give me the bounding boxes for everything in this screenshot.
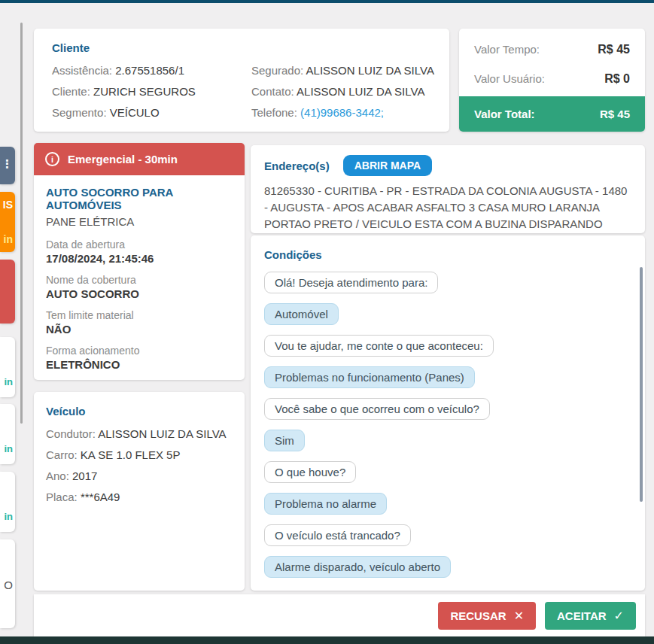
service-details-card: AUTO SOCORRO PARA AUTOMÓVEIS PANE ELÉTRI… bbox=[34, 175, 245, 380]
conditions-card-title: Condições bbox=[264, 248, 631, 261]
client-field-cliente: Cliente: ZURICH SEGUROS bbox=[52, 85, 251, 98]
rail-card-white-4[interactable]: O bbox=[0, 539, 15, 628]
address-card-title: Endereço(s) bbox=[264, 159, 330, 172]
rail-card-white-3[interactable]: in bbox=[0, 472, 15, 532]
service-request-screen: ⋮ IS in in in in O Cliente Assistência: … bbox=[0, 0, 654, 644]
conditions-card: Condições Olá! Deseja atendimento para: … bbox=[251, 235, 645, 591]
vehicle-field-ano: Ano: 2017 bbox=[46, 469, 233, 482]
rail-card-white-1[interactable]: in bbox=[0, 337, 15, 397]
chat-message: Problemas no funcionamento (Panes) bbox=[264, 366, 631, 388]
value-row-tempo: Valor Tempo: R$ 45 bbox=[474, 43, 630, 56]
close-icon: ✕ bbox=[514, 609, 524, 623]
client-field-telefone: Telefone: (41)99686-3442; bbox=[251, 106, 449, 119]
aceitar-button[interactable]: ACEITAR ✓ bbox=[545, 602, 636, 630]
action-bar: RECUSAR ✕ ACEITAR ✓ bbox=[34, 594, 645, 636]
field-nome-cobertura: Nome da cobertura AUTO SOCORRO bbox=[46, 274, 233, 300]
bottom-dark-bar bbox=[0, 636, 654, 644]
client-field-assistencia: Assistência: 2.67551856/1 bbox=[52, 64, 251, 77]
chat-message: O veículo está trancado? bbox=[264, 524, 631, 546]
client-field-segurado: Segurado: ALISSON LUIZ DA SILVA bbox=[251, 64, 449, 77]
client-card-title: Cliente bbox=[52, 41, 449, 54]
rail-orange-text-top: IS bbox=[3, 199, 13, 211]
check-icon: ✓ bbox=[614, 609, 624, 623]
address-card: Endereço(s) ABRIR MAPA 81265330 - CURITI… bbox=[251, 145, 645, 233]
service-problem: PANE ELÉTRICA bbox=[46, 215, 233, 228]
rail-minutes-label: in bbox=[4, 376, 13, 387]
value-row-usuario: Valor Usuário: R$ 0 bbox=[474, 72, 630, 86]
recusar-button[interactable]: RECUSAR ✕ bbox=[438, 602, 536, 630]
vehicle-field-condutor: Condutor: ALISSON LUIZ DA SILVA bbox=[46, 427, 233, 440]
rail-card-white-2[interactable]: in bbox=[0, 404, 15, 464]
emergency-banner-label: Emergencial - 30min bbox=[68, 153, 178, 166]
chat-message: Automóvel bbox=[264, 303, 631, 325]
rail-card-slate[interactable]: ⋮ bbox=[0, 147, 15, 184]
chat-message: Olá! Deseja atendimento para: bbox=[264, 272, 631, 293]
rail-orange-text-bottom: in bbox=[4, 233, 13, 245]
rail-card-text: O bbox=[4, 579, 13, 591]
chat-message: Alarme disparado, veículo aberto bbox=[264, 556, 631, 578]
address-text: 81265330 - CURITIBA - PR - ESTRADA DA CO… bbox=[264, 183, 631, 232]
open-map-button[interactable]: ABRIR MAPA bbox=[343, 155, 432, 176]
top-accent-bar bbox=[0, 0, 654, 3]
rail-minutes-label: in bbox=[4, 511, 13, 522]
client-field-segmento: Segmento: VEÍCULO bbox=[52, 106, 251, 119]
emergency-banner: i Emergencial - 30min bbox=[34, 143, 245, 175]
left-list-scrollbar[interactable] bbox=[20, 23, 23, 424]
vehicle-field-carro: Carro: KA SE 1.0 FLEX 5P bbox=[46, 448, 233, 461]
conditions-scrollbar[interactable] bbox=[640, 267, 643, 502]
chat-message: Problema no alarme bbox=[264, 493, 631, 515]
rail-minutes-label: in bbox=[4, 443, 13, 454]
value-total-bar: Valor Total: R$ 45 bbox=[459, 96, 645, 132]
vehicle-field-placa: Placa: ***6A49 bbox=[46, 491, 233, 503]
vehicle-card: Veículo Condutor: ALISSON LUIZ DA SILVA … bbox=[34, 392, 245, 591]
chat-message: Sim bbox=[264, 430, 631, 451]
chat-message: O que houve? bbox=[264, 461, 631, 483]
client-card: Cliente Assistência: 2.67551856/1 Segura… bbox=[34, 29, 449, 132]
value-card: Valor Tempo: R$ 45 Valor Usuário: R$ 0 V… bbox=[459, 29, 645, 132]
info-icon: i bbox=[45, 152, 59, 166]
client-field-contato: Contato: ALISSON LUIZ DA SILVA bbox=[251, 85, 449, 98]
chat-message: Você sabe o que ocorreu com o veículo? bbox=[264, 398, 631, 420]
rail-card-red[interactable] bbox=[0, 260, 15, 324]
service-name: AUTO SOCORRO PARA AUTOMÓVEIS bbox=[46, 186, 233, 211]
phone-link[interactable]: (41)99686-3442; bbox=[300, 106, 384, 119]
field-limite-material: Tem limite material NÃO bbox=[46, 309, 233, 336]
field-data-abertura: Data de abertura 17/08/2024, 21:45:46 bbox=[46, 238, 233, 265]
rail-card-orange[interactable]: IS in bbox=[0, 192, 15, 252]
vehicle-card-title: Veículo bbox=[46, 405, 233, 418]
client-fields: Assistência: 2.67551856/1 Segurado: ALIS… bbox=[52, 64, 449, 119]
vertical-ellipsis-icon: ⋮ bbox=[2, 157, 13, 171]
chat-message: Vou te ajudar, me conte o que aconteceu: bbox=[264, 335, 631, 357]
field-forma-acionamento: Forma acionamento ELETRÔNICO bbox=[46, 345, 233, 371]
